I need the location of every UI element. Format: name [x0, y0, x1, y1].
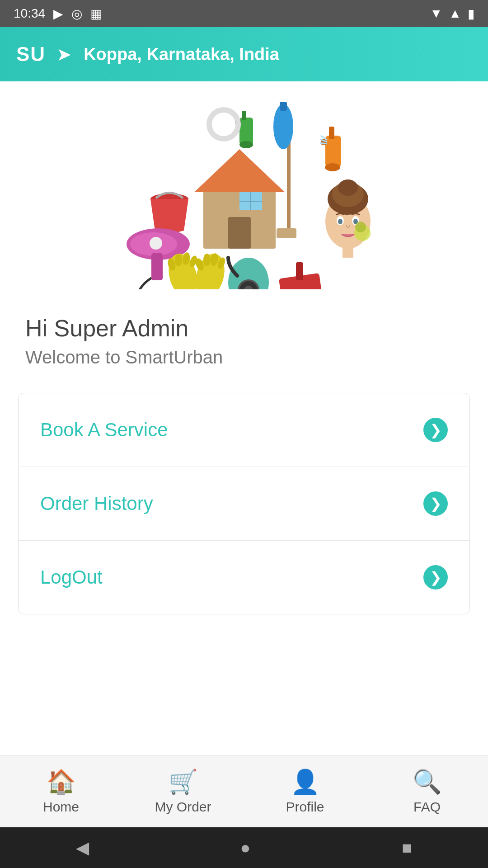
hero-svg [113, 95, 375, 289]
book-service-label: Book A Service [40, 419, 168, 441]
hero-illustration [113, 95, 375, 289]
order-history-item[interactable]: Order History ❯ [19, 467, 469, 541]
arrow-icon: ❯ [430, 421, 442, 439]
order-history-arrow[interactable]: ❯ [423, 491, 448, 516]
content-spacer [0, 631, 488, 755]
svg-rect-7 [277, 228, 296, 238]
svg-rect-9 [239, 118, 253, 145]
svg-point-12 [239, 141, 253, 148]
svg-point-26 [150, 237, 162, 250]
recents-button[interactable]: ■ [402, 838, 413, 858]
app-header: SU ➤ Koppa, Karnataka, India [0, 27, 488, 81]
arrow-icon: ❯ [430, 495, 442, 512]
svg-point-46 [338, 179, 358, 196]
faq-icon: 🔍 [413, 768, 442, 796]
svg-rect-18 [329, 127, 334, 139]
svg-rect-41 [296, 262, 303, 280]
order-history-label: Order History [40, 493, 153, 514]
greeting-section: Hi Super Admin Welcome to SmartUrban [0, 298, 488, 377]
home-button[interactable]: ● [240, 838, 251, 858]
play-icon: ▶ [53, 6, 63, 21]
svg-rect-25 [151, 253, 163, 280]
svg-point-53 [209, 110, 238, 139]
svg-point-52 [355, 222, 366, 232]
svg-point-15 [280, 103, 287, 108]
location-display: Koppa, Karnataka, India [84, 45, 279, 64]
menu-card: Book A Service ❯ Order History ❯ LogOut … [18, 393, 470, 614]
navigation-icon: ➤ [56, 44, 72, 65]
greeting-welcome: Welcome to SmartUrban [25, 347, 463, 368]
nav-profile[interactable]: 👤 Profile [244, 768, 366, 815]
svg-marker-1 [194, 149, 285, 192]
cart-icon: 🛒 [169, 768, 198, 796]
svg-rect-11 [242, 111, 246, 120]
svg-point-30 [175, 254, 182, 266]
app-logo: SU [16, 43, 46, 66]
svg-point-49 [338, 219, 343, 224]
svg-rect-2 [228, 217, 251, 249]
logout-arrow[interactable]: ❯ [423, 565, 448, 590]
logout-item[interactable]: LogOut ❯ [19, 541, 469, 614]
faq-label: FAQ [413, 799, 441, 815]
profile-label: Profile [286, 799, 324, 815]
back-button[interactable]: ◀ [76, 838, 89, 858]
wifi-icon: ▼ [430, 6, 443, 21]
time-display: 10:34 [14, 6, 45, 21]
status-bar-left: 10:34 ▶ ◎ ▦ [14, 6, 102, 21]
home-label: Home [43, 799, 79, 815]
my-order-label: My Order [155, 799, 211, 815]
svg-line-22 [320, 143, 327, 144]
svg-point-34 [203, 254, 211, 266]
home-icon: 🏠 [47, 768, 76, 796]
hero-section [0, 81, 488, 298]
arrow-icon: ❯ [430, 569, 442, 586]
profile-icon: 👤 [291, 768, 320, 796]
svg-point-28 [191, 250, 229, 289]
svg-point-19 [325, 163, 340, 171]
status-bar: 10:34 ▶ ◎ ▦ ▼ ▲ ▮ [0, 0, 488, 27]
android-nav-bar: ◀ ● ■ [0, 827, 488, 868]
book-service-arrow[interactable]: ❯ [423, 418, 448, 442]
nav-my-order[interactable]: 🛒 My Order [122, 768, 244, 815]
nav-faq[interactable]: 🔍 FAQ [366, 768, 488, 815]
svg-rect-16 [325, 136, 341, 167]
battery-icon: ▮ [468, 6, 474, 21]
signal-icon: ▲ [449, 6, 461, 21]
status-bar-right: ▼ ▲ ▮ [430, 6, 474, 21]
sim-icon: ▦ [90, 6, 102, 21]
radio-icon: ◎ [71, 6, 82, 21]
nav-home[interactable]: 🏠 Home [0, 768, 122, 815]
bottom-navigation: 🏠 Home 🛒 My Order 👤 Profile 🔍 FAQ [0, 755, 488, 827]
logout-label: LogOut [40, 566, 103, 588]
book-service-item[interactable]: Book A Service ❯ [19, 393, 469, 467]
greeting-hi: Hi Super Admin [25, 315, 463, 342]
